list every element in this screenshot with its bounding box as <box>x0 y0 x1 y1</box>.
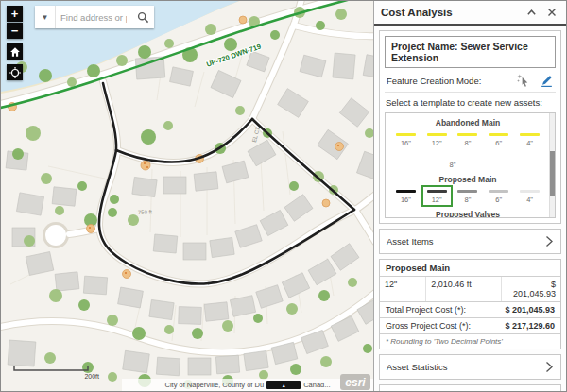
search-input[interactable] <box>56 6 131 28</box>
template-item-abandoned-main-16in[interactable]: 16" <box>390 128 421 150</box>
total-cost-row: Total Project Cost (*): $ 201,045.93 <box>380 302 560 318</box>
zoom-out-button[interactable]: − <box>7 23 23 39</box>
project-section: Project Name: Sewer Service Extension Fe… <box>379 30 561 224</box>
asset-length: 2,010.46 ft <box>425 277 502 301</box>
search-source-dropdown[interactable]: ▼ <box>35 6 56 28</box>
template-label: 6" <box>495 196 502 204</box>
template-item-abandoned-main-12in[interactable]: 12" <box>421 128 453 150</box>
scale-label: 200ft <box>84 373 99 380</box>
asset-statistics-label: Asset Statistics <box>387 362 545 372</box>
minus-icon: − <box>11 24 19 38</box>
project-summary-section[interactable]: Project Summary <box>379 384 561 391</box>
template-swatch <box>457 133 477 136</box>
panel-header: Cost Analysis <box>374 1 566 26</box>
cost-analysis-app: UP-720 DWN-719 EL CT 750 ft 200ft + − <box>0 0 567 392</box>
esri-logo-text: esri <box>345 376 365 389</box>
template-scrollbar[interactable] <box>549 113 555 217</box>
results-table: Proposed Main 12" 2,010.46 ft $ 201,045.… <box>379 259 561 349</box>
magnifier-icon <box>137 11 149 24</box>
results-header: Proposed Main <box>380 260 560 277</box>
total-cost-label: Total Project Cost (*): <box>386 305 466 315</box>
template-label: 4" <box>526 196 533 204</box>
draw-mode-button[interactable] <box>540 74 554 88</box>
template-swatch <box>457 190 477 193</box>
chevron-up-icon <box>526 8 537 18</box>
template-swatch <box>427 190 447 193</box>
plus-icon: + <box>11 7 19 21</box>
attribution-toggle[interactable]: ▲ <box>266 381 301 389</box>
template-item-abandoned-main-8in[interactable]: 8" <box>437 150 469 172</box>
template-row: 8" <box>385 150 532 172</box>
asset-statistics-section[interactable]: Asset Statistics <box>379 354 561 380</box>
asset-cost: $ 201,045.93 <box>502 277 560 301</box>
template-list: Abandoned Main16"12"8"6"4"8"Proposed Mai… <box>388 118 547 218</box>
template-label: 4" <box>526 139 533 147</box>
home-button[interactable] <box>7 43 23 60</box>
zoom-in-button[interactable]: + <box>7 6 23 22</box>
culdesac <box>45 225 66 246</box>
template-group-title-abandoned-main: Abandoned Main <box>388 118 547 128</box>
attribution-text-left: City of Naperville, County of Du <box>165 381 265 389</box>
template-item-abandoned-main-6in[interactable]: 6" <box>483 128 514 150</box>
asset-items-section[interactable]: Asset Items <box>379 229 561 254</box>
template-label: 12" <box>432 196 442 204</box>
template-label: 16" <box>401 139 411 147</box>
template-item-abandoned-main-8in[interactable]: 8" <box>453 128 484 150</box>
template-item-proposed-main-12in[interactable]: 12" <box>421 185 453 207</box>
select-mode-button[interactable] <box>517 74 531 88</box>
distance-label: 750 ft <box>138 209 153 215</box>
template-label: 16" <box>401 196 411 204</box>
template-row: 16"12"8"6"4" <box>388 128 547 150</box>
locate-button[interactable] <box>7 64 23 80</box>
search-bar: ▼ <box>35 6 154 28</box>
template-swatch <box>520 133 540 136</box>
rounding-footnote: * Rounding to 'Two Decimal Points' <box>380 334 560 349</box>
template-group-title-proposed-valves: Proposed Valves <box>388 210 547 218</box>
template-group-title-proposed-main: Proposed Main <box>388 175 547 184</box>
pencil-icon <box>540 74 554 88</box>
close-icon <box>547 8 557 17</box>
feature-mode-label: Feature Creation Mode: <box>387 76 508 86</box>
template-prompt: Select a template to create new assets: <box>385 97 556 108</box>
template-item-proposed-main-6in[interactable]: 6" <box>483 185 514 207</box>
scrollbar-thumb[interactable] <box>550 151 555 196</box>
gross-cost-value: $ 217,129.60 <box>505 321 555 331</box>
asset-size: 12" <box>380 277 425 301</box>
esri-logo: esri <box>340 374 370 390</box>
project-name: Project Name: Sewer Service Extension <box>385 36 556 68</box>
template-item-proposed-main-4in[interactable]: 4" <box>514 185 545 207</box>
table-row: 12" 2,010.46 ft $ 201,045.93 <box>380 277 560 302</box>
close-button[interactable] <box>544 5 559 20</box>
basemap: UP-720 DWN-719 EL CT 750 ft 200ft <box>1 1 373 391</box>
template-swatch <box>443 155 463 158</box>
template-swatch <box>520 190 540 193</box>
locate-icon <box>9 66 22 79</box>
template-row: 16"12"8"6"4" <box>388 185 547 207</box>
asset-items-label: Asset Items <box>387 236 545 247</box>
template-label: 8" <box>450 161 456 169</box>
chevron-right-icon <box>545 235 554 247</box>
template-label: 6" <box>495 139 502 147</box>
template-swatch <box>427 133 447 136</box>
template-item-proposed-main-8in[interactable]: 8" <box>453 185 484 207</box>
collapse-button[interactable] <box>524 5 539 20</box>
attribution-text-right: Canad... <box>303 381 330 389</box>
template-swatch <box>489 190 508 193</box>
template-swatch <box>396 133 416 136</box>
cost-analysis-panel: Cost Analysis Project Name: Sewer Servic… <box>373 1 566 391</box>
template-label: 8" <box>465 196 472 204</box>
total-cost-value: $ 201,045.93 <box>505 305 555 315</box>
search-button[interactable] <box>131 6 154 28</box>
template-picker: Abandoned Main16"12"8"6"4"8"Proposed Mai… <box>385 112 556 218</box>
template-label: 8" <box>465 139 472 147</box>
template-item-proposed-main-16in[interactable]: 16" <box>390 185 421 207</box>
map-canvas[interactable]: UP-720 DWN-719 EL CT 750 ft 200ft + − <box>1 1 373 391</box>
gross-cost-row: Gross Project Cost (*): $ 217,129.60 <box>380 318 560 334</box>
gross-cost-label: Gross Project Cost (*): <box>386 321 471 331</box>
chevron-down-icon: ▼ <box>42 13 49 22</box>
template-swatch <box>489 133 508 136</box>
chevron-right-icon <box>545 361 554 373</box>
home-icon <box>9 45 22 59</box>
template-label: 12" <box>432 139 442 147</box>
template-item-abandoned-main-4in[interactable]: 4" <box>514 128 545 150</box>
